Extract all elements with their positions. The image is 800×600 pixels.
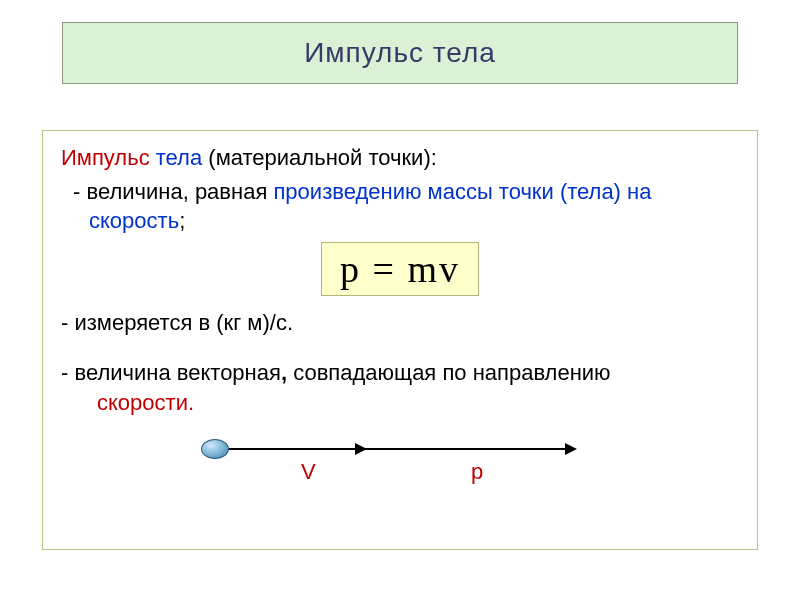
vector-red: скорости.	[97, 390, 194, 415]
vector-diagram: V p	[201, 435, 621, 489]
vector-line: - величина векторная, совпадающая по нап…	[61, 358, 739, 417]
bullet-lead: величина, равная	[86, 179, 273, 204]
bullet-dash: -	[73, 179, 86, 204]
formula-wrap: p = mv	[61, 242, 739, 296]
ball-icon	[201, 439, 229, 459]
bullet-semi: ;	[179, 208, 185, 233]
formula-box: p = mv	[321, 242, 479, 296]
vector-part1: - величина векторная	[61, 360, 281, 385]
slide-title-box: Импульс тела	[62, 22, 738, 84]
bullet-definition: - величина, равная произведению массы то…	[61, 177, 739, 236]
label-p: p	[471, 459, 483, 485]
definition-line: Импульс тела (материальной точки):	[61, 143, 739, 173]
content-box: Импульс тела (материальной точки): - вел…	[42, 130, 758, 550]
term-blue: тела	[150, 145, 209, 170]
vector-part2: совпадающая по направлению	[287, 360, 611, 385]
label-v: V	[301, 459, 316, 485]
slide-title: Импульс тела	[304, 37, 496, 69]
units-line: - измеряется в (кг м)/с.	[61, 310, 739, 336]
arrow-v	[215, 448, 365, 450]
term-paren: (материальной точки):	[208, 145, 437, 170]
term-red: Импульс	[61, 145, 150, 170]
